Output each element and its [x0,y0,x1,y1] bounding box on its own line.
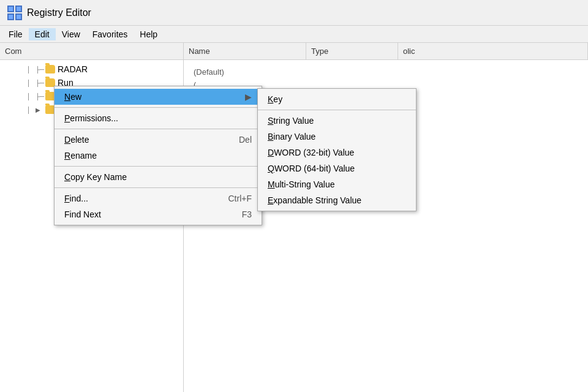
submenu-dword-value[interactable]: DWORD (32-bit) Value [258,145,416,160]
folder-icon [45,65,55,74]
col-header-name: Name [184,43,306,59]
registry-editor-window: Registry Editor File Edit View Favorites… [0,0,588,392]
separator-2 [55,129,262,129]
separator-3 [55,166,262,167]
find-label: Find... [64,194,88,203]
submenu-key[interactable]: Key [258,91,416,107]
data-value: (Default) [194,67,224,77]
submenu-expandable-string[interactable]: Expandable String Value [258,192,416,208]
submenu-qword-value-label: QWORD (64-bit) Value [268,164,355,173]
expand-arrow: │ [27,80,34,86]
submenu-sep-1 [258,110,416,110]
title-bar: Registry Editor [0,0,588,26]
tree-item-radar[interactable]: │ ├─ RADAR [0,62,183,76]
edit-menu-find[interactable]: Find... Ctrl+F [55,190,262,206]
find-shortcut: Ctrl+F [228,194,252,203]
expand-arrow: │ [27,66,34,73]
new-submenu: Key String Value Binary Value DWORD (32-… [257,88,417,211]
edit-dropdown: New ▶ Permissions... Delete Del Rename C… [54,86,262,225]
svg-rect-7 [17,15,21,19]
expand-dash: ├─ [36,66,43,73]
delete-shortcut: Del [239,135,252,145]
separator-1 [55,107,262,108]
menu-file[interactable]: File [2,28,29,40]
edit-menu-find-next[interactable]: Find Next F3 [55,206,262,222]
tree-header: Com [0,43,183,60]
svg-rect-4 [9,7,13,11]
copy-key-name-label: Copy Key Name [64,172,127,182]
col-header-data: olic [398,43,588,59]
app-icon [7,6,22,20]
col-header-type: Type [306,43,398,59]
submenu-qword-value[interactable]: QWORD (64-bit) Value [258,160,416,176]
submenu-multi-string[interactable]: Multi-String Value [258,176,416,192]
menu-edit[interactable]: Edit [29,28,56,40]
expand-dash: ├─ [36,93,43,100]
edit-menu-new[interactable]: New ▶ [55,89,262,105]
edit-menu-delete-label: Delete [64,135,89,145]
find-next-label: Find Next [64,209,101,219]
menu-help[interactable]: Help [134,28,164,40]
menu-favorites[interactable]: Favorites [86,28,134,40]
edit-menu-rename[interactable]: Rename [55,148,262,164]
edit-menu-rename-label: Rename [64,151,97,160]
edit-menu-new-label: New [64,92,81,102]
menu-bar: File Edit View Favorites Help [0,26,588,43]
tree-item-label: RADAR [58,64,88,74]
submenu-string-value-label: String Value [268,116,314,126]
svg-rect-5 [17,7,21,11]
expand-arrow: │ [27,107,34,113]
svg-rect-6 [9,15,13,19]
submenu-expandable-string-label: Expandable String Value [268,195,361,205]
expand-arrow-expand: ▶ [36,107,43,113]
expand-arrow: │ [27,93,34,100]
separator-4 [55,187,262,188]
menu-view[interactable]: View [56,28,86,40]
find-next-shortcut: F3 [242,209,252,219]
submenu-key-label: Key [268,94,282,104]
data-row-default: (Default) [189,65,583,78]
edit-menu-permissions-label: Permissions... [64,113,118,123]
submenu-arrow: ▶ [245,92,252,102]
right-header: Name Type olic [184,43,588,60]
edit-menu-copy-key-name[interactable]: Copy Key Name [55,169,262,185]
submenu-string-value[interactable]: String Value [258,113,416,129]
submenu-binary-value[interactable]: Binary Value [258,129,416,145]
submenu-binary-value-label: Binary Value [268,132,315,141]
expand-dash: ├─ [36,80,43,86]
window-title: Registry Editor [27,7,91,18]
submenu-multi-string-label: Multi-String Value [268,179,334,189]
submenu-dword-value-label: DWORD (32-bit) Value [268,148,354,157]
edit-menu-delete[interactable]: Delete Del [55,132,262,148]
content-area: Com │ ├─ RADAR │ ├─ Run │ ├─ [0,43,588,392]
edit-menu-permissions[interactable]: Permissions... [55,110,262,126]
